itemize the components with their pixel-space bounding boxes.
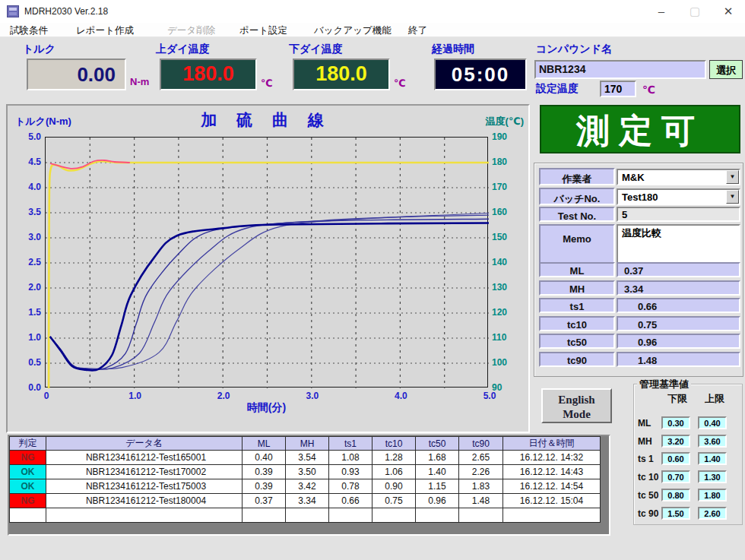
ml-cell: 0.40	[243, 451, 286, 465]
cure-curve-chart-panel: 加 硫 曲 線 トルク(N-m) 温度(℃) 5.04.54.03.53.02.…	[6, 104, 530, 433]
tick-label: 160	[492, 207, 507, 217]
menu-item[interactable]: 終了	[408, 24, 427, 37]
upper-limit-input[interactable]: 1.40	[698, 452, 727, 465]
lower-limit-input[interactable]: 3.20	[661, 435, 690, 448]
limit-row-label: ts 1	[638, 454, 654, 464]
col-judge: 判定	[10, 437, 46, 451]
batch-value: Test180	[622, 191, 658, 203]
datetime-cell: 16.12.12. 14:32	[503, 451, 601, 465]
test-no-field[interactable]: 5	[617, 207, 740, 222]
lower-limit-input[interactable]: 0.30	[661, 416, 690, 429]
limit-row-label: tc 90	[638, 508, 658, 519]
window-title: MDRH2030 Ver.2.18	[24, 6, 108, 17]
chevron-down-icon[interactable]: ▼	[726, 170, 739, 184]
result-label: tc90	[539, 352, 615, 367]
elapsed-label: 経過時間	[432, 43, 474, 56]
tick-label: 1.0	[11, 332, 41, 343]
col-ml: ML	[243, 437, 286, 451]
tc50-cell: 0.96	[416, 494, 459, 508]
upper-limit-input[interactable]: 0.40	[698, 416, 727, 429]
set-temp-input[interactable]: 170	[600, 81, 636, 97]
result-label: tc10	[539, 316, 615, 331]
upper-die-label: 上ダイ温度	[156, 43, 210, 56]
table-row[interactable]: NG NBR1234161212-Test165001 0.40 3.54 1.…	[10, 451, 601, 465]
datetime-cell	[503, 508, 601, 523]
table-row[interactable]	[10, 508, 601, 523]
results-table-container: 判定 データ名 ML MH ts1 tc10 tc50 tc90 日付＆時間 N…	[8, 435, 610, 536]
test-no-label: Test No.	[539, 207, 615, 222]
tick-label: 120	[492, 307, 507, 318]
upper-die-display: 180.0	[160, 59, 257, 90]
menu-item[interactable]: データ削除	[167, 24, 215, 37]
result-value: 0.66	[617, 298, 740, 313]
tick-label: 5.0	[480, 391, 499, 401]
tick-label: 150	[492, 232, 507, 242]
tc10-cell: 1.28	[372, 451, 416, 465]
limit-row-label: tc 50	[638, 490, 658, 501]
set-temp-unit: ℃	[642, 84, 655, 96]
temp-axis-label: 温度(℃)	[486, 115, 524, 128]
upper-limit-input[interactable]: 1.80	[698, 489, 727, 501]
cure-curves-svg	[46, 138, 489, 388]
tc50-cell: 1.68	[416, 451, 459, 465]
data-name-cell: NBR1234161212-Test175003	[46, 479, 243, 494]
table-header-row: 判定 データ名 ML MH ts1 tc10 tc50 tc90 日付＆時間	[10, 437, 601, 451]
datetime-cell: 16.12.12. 14:43	[503, 465, 601, 479]
judge-cell: OK	[10, 479, 46, 494]
operator-combobox[interactable]: M&K ▼	[617, 169, 740, 185]
upper-limit-header: 上限	[705, 392, 724, 406]
limit-row-label: ML	[638, 418, 651, 429]
batch-label: バッチNo.	[539, 188, 615, 205]
table-row[interactable]: NG NBR1234161212-Test180004 0.37 3.34 0.…	[10, 494, 601, 508]
upper-limit-input[interactable]: 2.60	[698, 507, 727, 520]
upper-limit-input[interactable]: 3.60	[698, 435, 727, 448]
tick-label: 4.0	[392, 391, 410, 401]
lower-limit-input[interactable]: 0.70	[661, 470, 690, 483]
select-button[interactable]: 選択	[709, 60, 743, 79]
english-mode-line2: Mode	[543, 407, 610, 422]
tick-label: 2.5	[11, 257, 41, 267]
tc90-cell: 2.26	[459, 465, 503, 479]
ts1-cell	[329, 508, 372, 523]
lower-limit-header: 下限	[667, 392, 687, 406]
lower-limit-input[interactable]: 1.50	[661, 507, 690, 520]
data-name-cell: NBR1234161212-Test180004	[46, 494, 243, 508]
judge-cell: NG	[10, 494, 46, 508]
result-label: tc50	[539, 334, 615, 349]
ts1-cell: 0.93	[329, 465, 372, 479]
table-row[interactable]: OK NBR1234161212-Test170002 0.39 3.50 0.…	[10, 465, 601, 479]
limit-row-label: MH	[638, 436, 652, 447]
ml-cell: 0.39	[243, 465, 286, 479]
batch-combobox[interactable]: Test180 ▼	[617, 188, 740, 205]
minimize-button[interactable]: –	[645, 0, 678, 23]
menu-item[interactable]: レポート作成	[76, 24, 134, 37]
table-row[interactable]: OK NBR1234161212-Test175003 0.39 3.42 0.…	[10, 479, 601, 494]
lower-die-label: 下ダイ温度	[289, 43, 343, 56]
tc50-cell: 1.15	[416, 479, 459, 494]
menu-item[interactable]: 試験条件	[10, 24, 48, 37]
upper-limit-input[interactable]: 1.30	[698, 470, 727, 483]
col-data-name: データ名	[46, 437, 243, 451]
compound-name-input[interactable]: NBR1234	[534, 60, 706, 79]
result-value: 1.48	[617, 352, 740, 367]
close-button[interactable]: ✕	[712, 0, 745, 23]
memo-label: Memo	[539, 224, 615, 264]
mh-cell: 3.50	[286, 465, 329, 479]
mh-cell: 3.42	[286, 479, 329, 494]
title-bar: MDRH2030 Ver.2.18 – ▢ ✕	[0, 0, 745, 23]
memo-field[interactable]: 温度比較	[617, 224, 740, 264]
lower-die-display: 180.0	[293, 59, 390, 90]
chevron-down-icon[interactable]: ▼	[726, 190, 739, 204]
ts1-cell: 0.66	[329, 494, 372, 508]
app-icon	[7, 5, 19, 17]
menu-item[interactable]: バックアップ機能	[314, 24, 392, 37]
english-mode-button[interactable]: English Mode	[541, 388, 612, 423]
result-value: 0.96	[617, 334, 740, 349]
col-tc10: tc10	[372, 437, 416, 451]
tick-label: 2.0	[11, 282, 41, 293]
lower-limit-input[interactable]: 0.80	[661, 489, 690, 501]
menu-item[interactable]: ポート設定	[239, 24, 287, 37]
sample-info-panel: 作業者 M&K ▼ バッチNo. Test180 ▼ Test No. 5 Me…	[534, 163, 743, 377]
lower-limit-input[interactable]: 0.60	[661, 452, 690, 465]
torque-display: 0.00	[27, 59, 126, 90]
